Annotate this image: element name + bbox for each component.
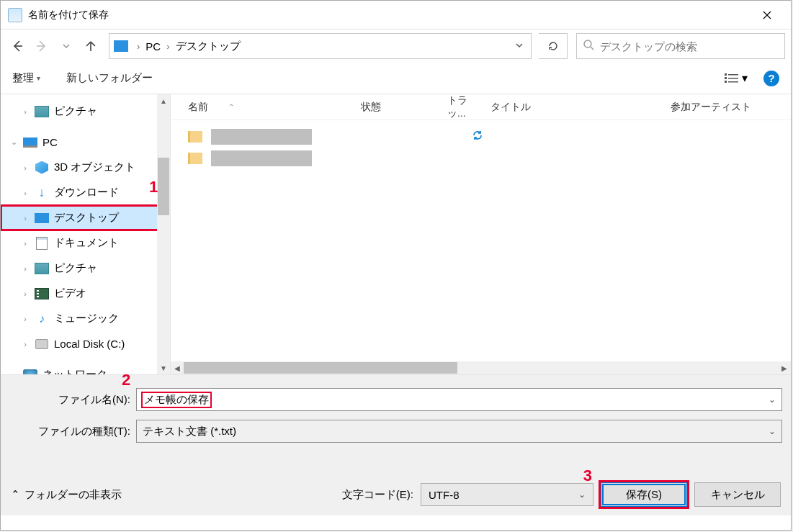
annotation-2: 2: [122, 371, 130, 389]
chevron-right-icon: ›: [162, 41, 174, 52]
nav-tree: ›ピクチャ ⌄PC ›3D オブジェクト ›↓ダウンロード ›デスクトップ ›ド…: [1, 94, 171, 374]
scroll-thumb[interactable]: [184, 362, 457, 374]
col-state[interactable]: 状態: [361, 101, 447, 114]
breadcrumb[interactable]: › PC › デスクトップ: [109, 33, 532, 59]
scroll-down-icon[interactable]: ▼: [157, 361, 170, 374]
back-button[interactable]: [6, 35, 28, 57]
chevron-up-icon: ⌃: [11, 488, 20, 501]
tree-item-network[interactable]: ›ネットワーク: [1, 362, 170, 374]
filename-label: ファイル名(N):: [9, 393, 136, 407]
filetype-select[interactable]: テキスト文書 (*.txt) ⌄: [136, 420, 782, 443]
dropdown-icon[interactable]: ⌄: [769, 395, 776, 405]
close-button[interactable]: [751, 4, 784, 27]
close-icon: [763, 11, 771, 19]
save-button[interactable]: 保存(S): [601, 482, 687, 507]
titlebar: 名前を付けて保存: [1, 1, 791, 30]
encoding-select[interactable]: UTF-8 ⌄: [421, 483, 593, 506]
chevron-right-icon: ›: [21, 107, 30, 116]
svg-rect-6: [728, 81, 738, 83]
hide-folders-toggle[interactable]: ⌃ フォルダーの非表示: [11, 488, 122, 502]
cancel-button[interactable]: キャンセル: [694, 482, 781, 507]
scroll-left-icon[interactable]: ◀: [171, 364, 184, 372]
file-row[interactable]: [188, 148, 774, 169]
tree-item-pc[interactable]: ⌄PC: [1, 130, 170, 155]
folder-icon: [188, 131, 202, 143]
col-name[interactable]: 名前⌃: [188, 101, 361, 114]
chevron-right-icon: ›: [21, 214, 30, 222]
annotation-1: 1: [149, 178, 158, 197]
desktop-icon: [35, 213, 49, 223]
help-button[interactable]: ?: [763, 71, 779, 86]
breadcrumb-desktop[interactable]: デスクトップ: [174, 40, 242, 53]
search-input[interactable]: [600, 40, 784, 53]
recent-dropdown[interactable]: [55, 35, 77, 57]
chevron-right-icon: ›: [21, 264, 30, 273]
tree-item-3d-objects[interactable]: ›3D オブジェクト: [1, 155, 170, 180]
tree-item-downloads[interactable]: ›↓ダウンロード: [1, 180, 170, 205]
sort-up-icon: ⌃: [228, 103, 234, 111]
col-artist[interactable]: 参加アーティスト: [671, 101, 791, 114]
chevron-right-icon: ›: [21, 163, 30, 172]
file-name-redacted: [211, 129, 312, 145]
new-folder-button[interactable]: 新しいフォルダー: [66, 71, 153, 85]
breadcrumb-pc[interactable]: PC: [144, 40, 162, 53]
svg-point-0: [584, 40, 591, 48]
svg-rect-3: [725, 81, 727, 83]
chevron-down-icon: ⌄: [9, 137, 18, 147]
folder-icon: [188, 153, 202, 164]
tree-item-documents[interactable]: ›ドキュメント: [1, 230, 170, 256]
filename-input[interactable]: メモ帳の保存 ⌄: [136, 388, 782, 411]
up-button[interactable]: [80, 35, 102, 57]
svg-rect-1: [725, 73, 727, 76]
breadcrumb-dropdown[interactable]: [508, 40, 531, 53]
scroll-up-icon[interactable]: ▲: [157, 94, 170, 107]
bottom-bar: ⌃ フォルダーの非表示 文字コード(E): UTF-8 ⌄ 3 保存(S) キャ…: [1, 474, 791, 515]
tree-item-desktop[interactable]: ›デスクトップ: [1, 205, 170, 230]
pictures-icon: [35, 263, 49, 274]
tree-item-pictures[interactable]: ›ピクチャ: [1, 99, 170, 124]
tree-scrollbar[interactable]: ▲ ▼: [157, 94, 170, 374]
col-track[interactable]: トラッ...: [447, 94, 490, 120]
save-form: 2 ファイル名(N): メモ帳の保存 ⌄ ファイルの種類(T): テキスト文書 …: [1, 375, 791, 515]
dropdown-icon[interactable]: ⌄: [578, 490, 586, 500]
file-list: [171, 120, 791, 175]
forward-button[interactable]: [31, 35, 53, 57]
col-title[interactable]: タイトル: [490, 101, 671, 114]
search-box[interactable]: [576, 33, 785, 59]
dropdown-icon[interactable]: ⌄: [769, 426, 776, 436]
annotation-3: 3: [583, 466, 592, 485]
refresh-button[interactable]: [539, 33, 568, 59]
file-name-redacted: [211, 150, 312, 166]
tree-item-music[interactable]: ›♪ミュージック: [1, 306, 170, 331]
chevron-right-icon: ›: [133, 41, 144, 52]
view-mode-button[interactable]: ▾: [725, 71, 748, 85]
file-list-pane: 名前⌃ 状態 トラッ... タイトル 参加アーティスト ◀: [171, 94, 791, 374]
toolbar: 整理▾ 新しいフォルダー ▾ ?: [1, 63, 791, 94]
scroll-right-icon[interactable]: ▶: [778, 364, 791, 372]
horizontal-scrollbar[interactable]: ◀ ▶: [171, 361, 791, 374]
file-row[interactable]: [188, 126, 774, 148]
search-icon: [577, 39, 600, 53]
video-icon: [35, 288, 49, 299]
tree-item-pictures2[interactable]: ›ピクチャ: [1, 256, 170, 281]
chevron-right-icon: ›: [21, 289, 30, 298]
window-title: 名前を付けて保存: [28, 9, 109, 22]
sync-icon: [472, 130, 483, 144]
body: ›ピクチャ ⌄PC ›3D オブジェクト ›↓ダウンロード ›デスクトップ ›ド…: [1, 94, 791, 375]
music-icon: ♪: [39, 312, 45, 325]
tree-item-videos[interactable]: ›ビデオ: [1, 281, 170, 306]
svg-rect-4: [728, 74, 738, 76]
filename-value: メモ帳の保存: [143, 393, 210, 407]
chevron-right-icon: ›: [21, 239, 30, 248]
3d-icon: [35, 161, 48, 174]
organize-button[interactable]: 整理▾: [12, 71, 40, 85]
caret-down-icon: ▾: [742, 71, 748, 85]
encoding-value: UTF-8: [429, 489, 460, 501]
chevron-right-icon: ›: [21, 315, 30, 323]
nav-row: › PC › デスクトップ: [1, 30, 791, 63]
chevron-right-icon: ›: [21, 189, 30, 197]
column-headers: 名前⌃ 状態 トラッ... タイトル 参加アーティスト: [171, 94, 791, 120]
document-icon: [36, 237, 48, 250]
scroll-thumb[interactable]: [158, 158, 169, 215]
tree-item-local-disk[interactable]: ›Local Disk (C:): [1, 331, 170, 356]
